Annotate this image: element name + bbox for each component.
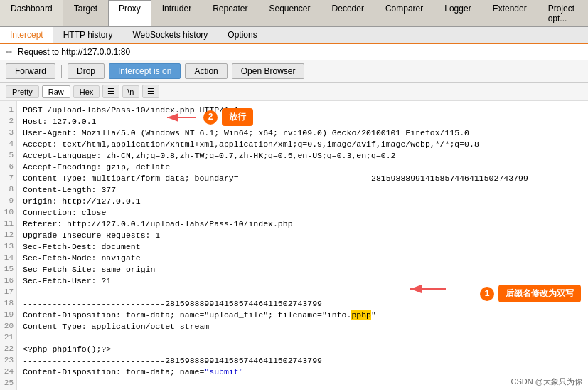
request-bar: ✏ Request to http://127.0.0.1:80 — [0, 44, 588, 60]
tab-repeater[interactable]: Repeater — [202, 0, 258, 26]
tab-logger[interactable]: Logger — [434, 0, 481, 26]
line-numbers: 12345 678910 1112131415 1617181920 21222… — [0, 101, 17, 390]
tab-project-options[interactable]: Project opt... — [538, 0, 588, 26]
top-nav: Dashboard Target Proxy Intruder Repeater… — [0, 0, 588, 27]
toolbar: Forward Drop Intercept is on Action Open… — [0, 60, 588, 83]
tab-target[interactable]: Target — [63, 0, 108, 26]
tab-intercept[interactable]: Intercept — [0, 27, 53, 44]
forward-button[interactable]: Forward — [6, 63, 55, 79]
tab-extender[interactable]: Extender — [482, 0, 538, 26]
request-url: Request to http://127.0.0.1:80 — [18, 47, 130, 57]
tab-comparer[interactable]: Comparer — [375, 0, 434, 26]
annotation-2-number: 2 — [203, 110, 218, 125]
annotation-1: 1 后缀名修改为双写 — [480, 285, 581, 302]
hex-button[interactable]: Hex — [73, 85, 100, 98]
format-icon-3[interactable]: ☰ — [142, 85, 159, 98]
intercept-button[interactable]: Intercept is on — [109, 63, 181, 79]
format-icon-1[interactable]: ☰ — [102, 85, 119, 98]
arrow-2 — [164, 110, 199, 125]
separator-1 — [61, 65, 62, 78]
tab-proxy[interactable]: Proxy — [108, 0, 151, 26]
tab-decoder[interactable]: Decoder — [321, 0, 375, 26]
tab-websockets-history[interactable]: WebSockets history — [123, 27, 218, 43]
tab-options[interactable]: Options — [218, 27, 267, 43]
format-icon-2[interactable]: \n — [122, 85, 139, 98]
content-area[interactable]: 12345 678910 1112131415 1617181920 21222… — [0, 101, 588, 390]
annotation-2: 2 放行 — [164, 108, 253, 126]
action-button[interactable]: Action — [185, 63, 227, 79]
annotation-1-number: 1 — [480, 287, 494, 301]
arrow-1 — [407, 282, 449, 296]
open-browser-button[interactable]: Open Browser — [232, 63, 305, 79]
tab-sequencer[interactable]: Sequencer — [259, 0, 321, 26]
pretty-button[interactable]: Pretty — [6, 85, 39, 98]
format-toolbar: Pretty Raw Hex ☰ \n ☰ — [0, 83, 588, 101]
raw-button[interactable]: Raw — [42, 85, 70, 98]
edit-icon: ✏ — [6, 48, 12, 57]
annotation-2-text: 放行 — [222, 108, 253, 126]
second-nav: Intercept HTTP history WebSockets histor… — [0, 27, 588, 44]
watermark: CSDN @大象只为你 — [511, 376, 582, 387]
tab-intruder[interactable]: Intruder — [151, 0, 202, 26]
annotation-1-text: 后缀名修改为双写 — [498, 285, 581, 302]
drop-button[interactable]: Drop — [68, 63, 105, 79]
tab-dashboard[interactable]: Dashboard — [0, 0, 63, 26]
code-container: 12345 678910 1112131415 1617181920 21222… — [0, 101, 588, 390]
tab-http-history[interactable]: HTTP history — [53, 27, 123, 43]
code-text[interactable]: POST /upload-labs/Pass-10/index.php HTTP… — [17, 101, 588, 390]
